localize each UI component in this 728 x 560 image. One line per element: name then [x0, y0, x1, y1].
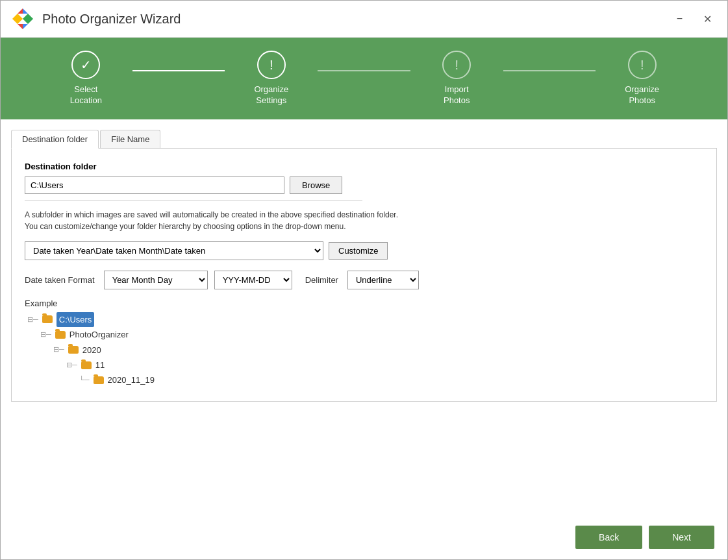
example-label: Example — [25, 298, 703, 308]
back-button[interactable]: Back — [575, 526, 642, 549]
tree-connector-5: └─ — [79, 374, 90, 387]
folder-hierarchy-dropdown[interactable]: Date taken Year\Date taken Month\Date ta… — [25, 241, 323, 260]
folder-input-row: Browse — [25, 177, 703, 194]
customize-button[interactable]: Customize — [329, 242, 388, 260]
tree-item-5: └─ 2020_11_19 — [79, 372, 703, 387]
format-row: Date taken Format Year Month Day Month D… — [25, 271, 703, 289]
step-label-2: OrganizeSettings — [254, 84, 288, 106]
date-order-dropdown[interactable]: Year Month Day Month Day Year Day Month … — [104, 271, 208, 289]
folder-icon-3 — [68, 346, 79, 354]
tree-connector-1: ⊟─ — [27, 313, 38, 326]
folder-icon-1 — [42, 315, 53, 323]
tree-connector-4: ⊟─ — [66, 359, 77, 372]
window-title: Photo Organizer Wizard — [42, 12, 672, 27]
window-controls: − ✕ — [672, 10, 717, 28]
connector-2-3 — [318, 70, 410, 71]
tree-node-label-5: 2020_11_19 — [108, 372, 155, 387]
wizard-step-organize-photos: ! OrganizePhotos — [596, 51, 688, 106]
step-circle-3: ! — [442, 51, 471, 79]
divider — [25, 201, 362, 201]
description-text: A subfolder in which images are saved wi… — [25, 209, 703, 232]
folder-icon-4 — [81, 361, 92, 369]
date-taken-format-label: Date taken Format — [25, 275, 95, 285]
tab-destination-folder[interactable]: Destination folder — [11, 130, 99, 149]
tree-item-4: ⊟─ 11 — [66, 358, 703, 372]
tree-item-1: ⊟─ C:\Users — [27, 312, 703, 327]
tree-connector-2: ⊟─ — [40, 328, 51, 341]
tree-item-3: ⊟─ 2020 — [53, 343, 703, 358]
next-button[interactable]: Next — [649, 526, 714, 549]
connector-1-2 — [132, 70, 225, 71]
step-circle-1: ✓ — [71, 51, 100, 79]
wizard-step-select-location: ✓ SelectLocation — [40, 51, 132, 106]
tab-panel-destination-folder: Destination folder Browse A subfolder in… — [11, 149, 717, 402]
delimiter-dropdown[interactable]: Underline Dash Dot Space — [347, 271, 419, 289]
folder-icon-5 — [94, 376, 104, 384]
tree-node-label-3: 2020 — [82, 343, 101, 358]
step-circle-4: ! — [628, 51, 657, 79]
close-button[interactable]: ✕ — [698, 10, 717, 28]
connector-3-4 — [503, 70, 596, 71]
delimiter-label: Delimiter — [305, 275, 338, 285]
footer: Back Next — [1, 515, 727, 559]
tree-node-label-4: 11 — [95, 358, 105, 372]
date-format-dropdown[interactable]: YYY-MM-DD YYYY/MM/DD DD-MM-YYYY — [214, 271, 292, 289]
step-label-4: OrganizePhotos — [625, 84, 659, 106]
main-content: Destination folder File Name Destination… — [1, 119, 727, 515]
tab-file-name[interactable]: File Name — [100, 130, 160, 148]
step-circle-2: ! — [257, 51, 286, 79]
tree-node-label-2: PhotoOrganizer — [69, 327, 129, 342]
app-logo — [11, 7, 34, 30]
destination-folder-input[interactable] — [25, 177, 284, 194]
tree-item-2: ⊟─ PhotoOrganizer — [40, 327, 703, 342]
folder-hierarchy-row: Date taken Year\Date taken Month\Date ta… — [25, 241, 703, 260]
tabs-bar: Destination folder File Name — [11, 130, 717, 149]
step-label-3: ImportPhotos — [444, 84, 470, 106]
wizard-step-organize-settings: ! OrganizeSettings — [225, 51, 318, 106]
tree-node-label-1: C:\Users — [56, 312, 95, 327]
section-title-destination: Destination folder — [25, 162, 703, 171]
title-bar: Photo Organizer Wizard − ✕ — [1, 1, 727, 38]
tree-connector-3: ⊟─ — [53, 343, 64, 356]
folder-icon-2 — [55, 331, 66, 339]
wizard-progress-bar: ✓ SelectLocation ! OrganizeSettings ! Im… — [1, 38, 727, 119]
browse-button[interactable]: Browse — [290, 177, 342, 194]
app-window: Photo Organizer Wizard − ✕ ✓ SelectLocat… — [0, 0, 728, 560]
wizard-step-import-photos: ! ImportPhotos — [410, 51, 503, 106]
example-file-tree: ⊟─ C:\Users ⊟─ PhotoOrganizer ⊟─ 2020 ⊟─ — [27, 312, 703, 388]
step-label-1: SelectLocation — [70, 84, 102, 106]
minimize-button[interactable]: − — [672, 10, 688, 27]
